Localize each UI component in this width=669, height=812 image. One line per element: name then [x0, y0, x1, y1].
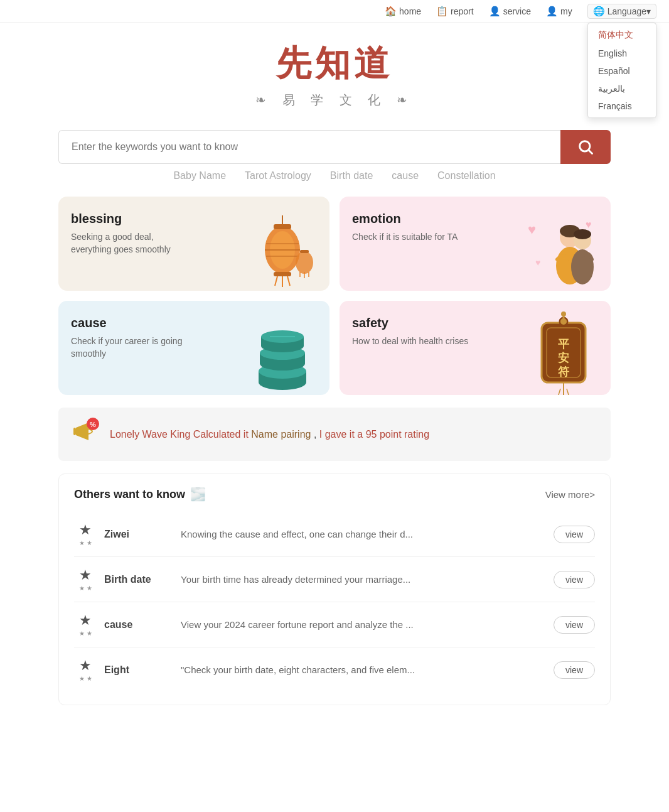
- nav-home-label: home: [399, 6, 421, 16]
- svg-text:%: %: [90, 421, 96, 428]
- svg-rect-9: [274, 272, 291, 276]
- svg-line-1: [589, 150, 592, 153]
- search-button[interactable]: [560, 130, 611, 164]
- star-icon: ★: [79, 658, 92, 674]
- others-section: Others want to know 🌫️ View more> ★ ★ ★ …: [58, 474, 611, 705]
- cloud-icon: 🌫️: [190, 487, 206, 502]
- lang-option-ar[interactable]: بالعربية: [588, 80, 656, 97]
- row-desc-3: View your 2024 career fortune report and…: [181, 619, 546, 630]
- globe-icon: 🌐: [593, 6, 605, 17]
- report-icon: 📋: [436, 6, 448, 17]
- svg-point-27: [574, 229, 591, 239]
- svg-rect-52: [73, 428, 76, 435]
- svg-text:平: 平: [558, 338, 570, 350]
- view-more-link[interactable]: View more>: [545, 489, 595, 500]
- svg-line-10: [275, 276, 277, 286]
- navigation: 🏠 home 📋 report 👤 service 👤 my 🌐 Languag…: [0, 0, 669, 23]
- card-blessing[interactable]: blessing Seeking a good deal, everything…: [58, 197, 329, 291]
- row-desc-2: Your birth time has already determined y…: [181, 574, 546, 585]
- service-icon: 👤: [489, 6, 501, 17]
- star-badge-4: ★ ★ ★: [74, 658, 97, 682]
- star-icon: ★: [79, 612, 92, 629]
- svg-rect-14: [300, 250, 309, 253]
- svg-line-48: [558, 389, 560, 395]
- search-input[interactable]: [58, 130, 560, 164]
- star-icon: ★: [79, 522, 92, 538]
- nav-my-label: my: [560, 6, 572, 16]
- star-subs: ★ ★: [79, 630, 92, 637]
- card-emotion-title: emotion: [352, 212, 458, 226]
- search-bar: [58, 130, 611, 164]
- language-label: Language▾: [607, 6, 651, 16]
- nav-service-label: service: [503, 6, 531, 16]
- svg-line-50: [567, 389, 569, 395]
- view-button-4[interactable]: view: [554, 661, 595, 679]
- nav-report-label: report: [451, 6, 474, 16]
- promo-sep2: ,: [314, 429, 319, 440]
- tag-cause[interactable]: cause: [392, 170, 419, 181]
- star-badge-3: ★ ★ ★: [74, 612, 97, 637]
- list-item: ★ ★ ★ Birth date Your birth time has alr…: [74, 557, 595, 602]
- svg-line-12: [287, 276, 290, 286]
- svg-rect-7: [274, 224, 291, 229]
- star-subs: ★ ★: [79, 675, 92, 682]
- nav-service[interactable]: 👤 service: [489, 6, 531, 17]
- list-item: ★ ★ ★ Eight "Check your birth date, eigh…: [74, 647, 595, 692]
- card-cause[interactable]: cause Check if your career is going smoo…: [58, 301, 329, 395]
- list-item: ★ ★ ★ Ziwei Knowing the cause and effect…: [74, 512, 595, 557]
- tag-tarot[interactable]: Tarot Astrology: [245, 170, 311, 181]
- site-header: 先知道 ❧ 易 学 文 化 ❧: [0, 23, 669, 119]
- site-subtitle: ❧ 易 学 文 化 ❧: [0, 92, 669, 109]
- lang-option-zh[interactable]: 简体中文: [588, 26, 656, 45]
- lang-option-fr[interactable]: Français: [588, 97, 656, 115]
- lang-option-en[interactable]: English: [588, 45, 656, 62]
- card-emotion-text: emotion Check if it is suitable for TA: [352, 212, 458, 244]
- card-cause-image: [242, 313, 323, 395]
- row-desc-1: Knowing the cause and effect, one can ch…: [181, 529, 546, 539]
- row-label-2: Birth date: [104, 574, 173, 585]
- others-title-text: Others want to know: [74, 488, 185, 501]
- card-safety[interactable]: safety How to deal with health crises 平 …: [340, 301, 611, 395]
- nav-report[interactable]: 📋 report: [436, 6, 474, 17]
- card-safety-title: safety: [352, 316, 468, 330]
- tag-constellation[interactable]: Constellation: [437, 170, 496, 181]
- view-button-1[interactable]: view: [554, 526, 595, 543]
- row-label-4: Eight: [104, 664, 173, 676]
- card-blessing-text: blessing Seeking a good deal, everything…: [71, 212, 196, 256]
- tag-birth-date[interactable]: Birth date: [330, 170, 373, 181]
- svg-point-13: [296, 251, 313, 274]
- svg-text:♥: ♥: [528, 222, 536, 237]
- view-button-3[interactable]: view: [554, 616, 595, 634]
- view-button-2[interactable]: view: [554, 571, 595, 588]
- card-blessing-desc: Seeking a good deal, everything goes smo…: [71, 231, 196, 256]
- nav-my[interactable]: 👤 my: [546, 6, 572, 17]
- lang-option-es[interactable]: Español: [588, 62, 656, 80]
- nav-home[interactable]: 🏠 home: [385, 6, 421, 17]
- language-button[interactable]: 🌐 Language▾: [587, 4, 656, 19]
- card-emotion[interactable]: emotion Check if it is suitable for TA ♥…: [340, 197, 611, 291]
- promo-highlight1: Lonely Wave King Calculated it: [110, 429, 249, 440]
- promo-highlight3: I gave it a 95 point rating: [319, 429, 429, 440]
- promo-icon: %: [71, 416, 101, 452]
- card-safety-text: safety How to deal with health crises: [352, 316, 468, 348]
- card-emotion-desc: Check if it is suitable for TA: [352, 231, 458, 244]
- star-badge-1: ★ ★ ★: [74, 522, 97, 546]
- card-cause-text: cause Check if your career is going smoo…: [71, 316, 196, 360]
- site-title: 先知道: [0, 40, 669, 88]
- search-tags: Baby Name Tarot Astrology Birth date cau…: [0, 170, 669, 181]
- star-subs: ★ ★: [79, 539, 92, 546]
- feature-cards: blessing Seeking a good deal, everything…: [58, 197, 611, 395]
- row-label-3: cause: [104, 619, 173, 631]
- others-header: Others want to know 🌫️ View more>: [74, 487, 595, 502]
- svg-text:♥: ♥: [586, 219, 592, 230]
- my-icon: 👤: [546, 6, 558, 17]
- svg-point-45: [560, 318, 567, 325]
- promo-banner: % Lonely Wave King Calculated it Name pa…: [58, 408, 611, 461]
- card-cause-title: cause: [71, 316, 196, 330]
- row-desc-4: "Check your birth date, eight characters…: [181, 664, 546, 675]
- list-item: ★ ★ ★ cause View your 2024 career fortun…: [74, 602, 595, 647]
- card-cause-desc: Check if your career is going smoothly: [71, 335, 196, 360]
- search-icon: [577, 138, 594, 156]
- row-label-1: Ziwei: [104, 529, 173, 540]
- tag-baby-name[interactable]: Baby Name: [173, 170, 226, 181]
